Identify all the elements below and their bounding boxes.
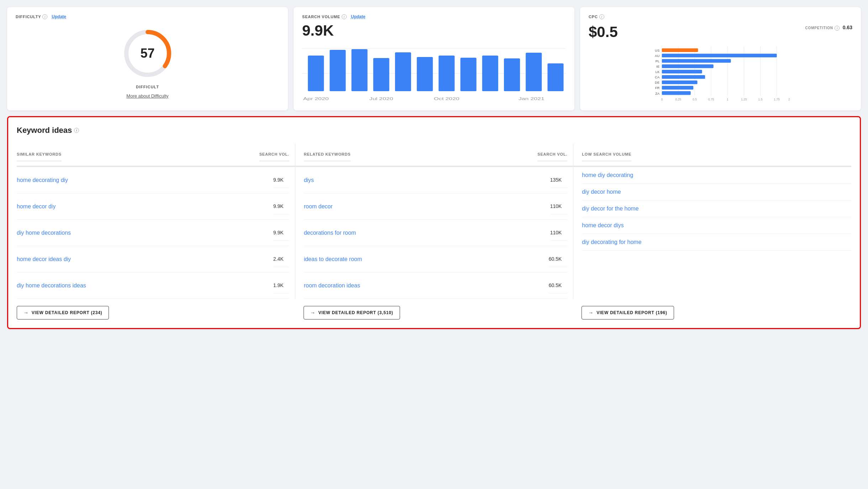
similar-vol-header: SEARCH VOL. [259,148,289,161]
low-kw-item-2[interactable]: diy decor home [582,189,621,195]
related-vol-5: 60.5K [549,277,568,293]
table-row: diys 135K [304,167,568,193]
related-kw-header-group: RELATED KEYWORDS SEARCH VOL. [295,144,573,166]
difficulty-status: DIFFICULT [136,85,159,89]
svg-text:Jul 2020: Jul 2020 [369,97,393,101]
report-buttons-row: → VIEW DETAILED REPORT (234) → VIEW DETA… [17,306,851,319]
svg-rect-43 [662,70,702,73]
search-volume-card: SEARCH VOLUME i Update 9.9K 20k 10k [294,7,574,110]
svg-rect-17 [547,63,563,91]
svg-text:LK: LK [656,70,660,74]
related-vol-4: 60.5K [549,251,568,267]
svg-rect-42 [662,64,714,68]
gauge-number: 57 [140,46,154,61]
table-row: home diy decorating [582,167,851,184]
keyword-ideas-info-icon[interactable]: i [74,128,79,133]
table-row: ideas to decorate room 60.5K [304,246,568,272]
svg-text:0.5: 0.5 [693,98,697,101]
difficulty-update-link[interactable]: Update [52,14,66,19]
more-about-difficulty-link[interactable]: More about Difficulty [126,93,168,99]
table-row: diy home decorations 9.9K [17,220,289,246]
related-kw-header: RELATED KEYWORDS [304,148,351,161]
related-report-button[interactable]: → VIEW DETAILED REPORT (3,510) [304,306,400,319]
svg-text:0.25: 0.25 [675,98,682,101]
similar-vol-4: 2.4K [273,251,289,267]
similar-kw-item-1[interactable]: home decorating diy [17,177,68,183]
similar-vol-5: 1.9K [273,277,289,293]
svg-text:1: 1 [727,98,728,101]
svg-text:1.75: 1.75 [774,98,780,101]
svg-text:Oct 2020: Oct 2020 [434,97,459,101]
svg-rect-40 [662,54,777,57]
table-row: home decor diys [582,217,851,234]
table-row: home decorating diy 9.9K [17,167,289,193]
related-kw-item-2[interactable]: room decor [304,203,333,210]
svg-text:2: 2 [788,98,790,101]
low-search-vol-col: home diy decorating diy decor home diy d… [573,167,851,299]
similar-kw-item-2[interactable]: home decor diy [17,203,56,210]
low-report-label: VIEW DETAILED REPORT (196) [596,310,667,315]
similar-kw-item-5[interactable]: diy home decorations ideas [17,282,86,289]
search-volume-info-icon[interactable]: i [342,14,347,19]
keyword-ideas-title-text: Keyword ideas [17,126,72,135]
svg-text:DE: DE [655,80,659,84]
svg-rect-10 [395,52,411,91]
related-kw-item-1[interactable]: diys [304,177,314,183]
table-row: room decor 110K [304,193,568,220]
keyword-ideas-section: Keyword ideas i SIMILAR KEYWORDS SEARCH … [7,116,861,329]
svg-rect-8 [352,49,368,91]
similar-report-button[interactable]: → VIEW DETAILED REPORT (234) [17,306,109,319]
svg-rect-11 [417,57,433,91]
similar-report-section: → VIEW DETAILED REPORT (234) [17,306,295,319]
svg-rect-16 [526,53,542,91]
related-kw-item-4[interactable]: ideas to decorate room [304,256,362,262]
competition-value: 0.63 [843,25,852,30]
column-headers-row: SIMILAR KEYWORDS SEARCH VOL. RELATED KEY… [17,144,851,167]
low-kw-item-4[interactable]: home decor diys [582,222,624,229]
svg-text:1.5: 1.5 [758,98,763,101]
svg-text:FR: FR [655,86,660,90]
low-kw-item-1[interactable]: home diy decorating [582,172,633,178]
related-kw-item-5[interactable]: room decoration ideas [304,282,360,289]
competition-area: COMPETITION i 0.63 [805,24,852,31]
svg-rect-44 [662,75,705,79]
low-kw-item-5[interactable]: diy decorating for home [582,239,641,245]
svg-rect-9 [373,58,389,91]
related-vol-2: 110K [550,198,568,214]
related-kw-item-3[interactable]: decorations for room [304,230,356,236]
low-search-vol-header: LOW SEARCH VOLUME [582,148,631,161]
difficulty-header: DIFFICULTY i Update [16,14,279,19]
svg-rect-45 [662,80,698,84]
table-row: diy decor for the home [582,201,851,217]
similar-kw-item-3[interactable]: diy home decorations [17,230,71,236]
difficulty-info-icon[interactable]: i [42,14,47,19]
related-keywords-col: diys 135K room decor 110K decorations fo… [295,167,573,299]
svg-rect-15 [504,58,520,91]
svg-text:0.75: 0.75 [708,98,714,101]
similar-report-label: VIEW DETAILED REPORT (234) [32,310,102,315]
low-kw-item-3[interactable]: diy decor for the home [582,206,638,212]
competition-label: COMPETITION [805,26,833,30]
similar-vol-2: 9.9K [273,198,289,214]
search-volume-chart: 20k 10k Apr 2020 Jul 2020 Oct 2020 [302,45,566,102]
cpc-value: $0.5 [589,24,618,41]
svg-text:US: US [655,48,659,52]
svg-rect-39 [662,48,698,52]
gauge-center: 57 [140,46,154,61]
table-row: room decoration ideas 60.5K [304,272,568,299]
svg-text:Apr 2020: Apr 2020 [303,97,329,101]
low-report-button[interactable]: → VIEW DETAILED REPORT (196) [582,306,674,319]
low-search-vol-header-group: LOW SEARCH VOLUME [573,144,851,166]
table-row: diy home decorations ideas 1.9K [17,272,289,299]
svg-rect-41 [662,59,731,63]
similar-kw-item-4[interactable]: home decor ideas diy [17,256,71,262]
arrow-icon-3: → [588,310,594,316]
svg-rect-12 [438,56,454,91]
svg-text:CA: CA [655,75,660,79]
related-report-label: VIEW DETAILED REPORT (3,510) [318,310,393,315]
cpc-info-icon[interactable]: i [599,14,604,19]
search-volume-update-link[interactable]: Update [351,14,365,19]
competition-info-icon[interactable]: i [835,26,840,31]
arrow-icon-2: → [310,310,316,316]
table-row: home decor ideas diy 2.4K [17,246,289,272]
